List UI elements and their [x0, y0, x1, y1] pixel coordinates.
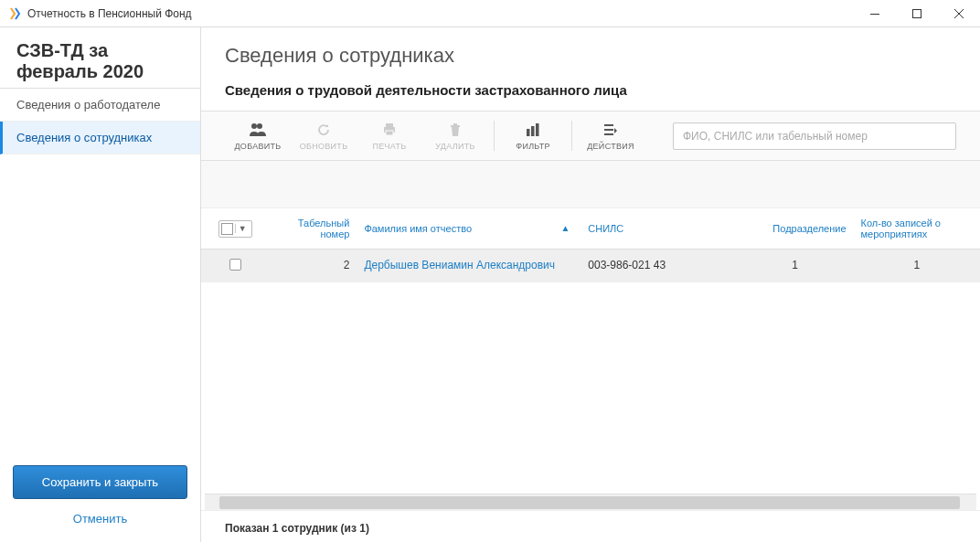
svg-rect-0	[870, 14, 879, 15]
cancel-button[interactable]: Отменить	[13, 505, 187, 533]
sidebar-footer: Сохранить и закрыть Отменить	[0, 456, 200, 542]
svg-rect-9	[527, 129, 530, 136]
maximize-button[interactable]	[896, 0, 938, 27]
svg-rect-1	[913, 10, 921, 18]
delete-button[interactable]: УДАЛИТЬ	[422, 119, 488, 153]
add-button[interactable]: ДОБАВИТЬ	[225, 119, 291, 153]
svg-rect-6	[386, 131, 393, 135]
row-checkbox[interactable]	[229, 259, 241, 271]
actions-button[interactable]: ДЕЙСТВИЯ	[578, 119, 644, 153]
filter-icon	[504, 121, 562, 139]
svg-rect-12	[604, 124, 613, 126]
col-fio[interactable]: Фамилия имя отчество ▲	[357, 208, 581, 250]
menu-icon	[581, 121, 640, 139]
svg-point-2	[251, 123, 257, 129]
sidebar-item-employees[interactable]: Сведения о сотрудниках	[0, 122, 200, 154]
checkbox-icon	[221, 223, 233, 235]
employees-table: ▼ Табельный номер Фамилия имя отчество ▲…	[201, 208, 980, 282]
add-label: ДОБАВИТЬ	[229, 142, 287, 151]
print-label: ПЕЧАТЬ	[360, 142, 419, 151]
sidebar: СЗВ-ТД за февраль 2020 Сведения о работо…	[0, 27, 201, 542]
cell-dept: 1	[737, 250, 854, 283]
print-icon	[360, 121, 419, 139]
sidebar-header: СЗВ-ТД за февраль 2020	[0, 27, 200, 88]
status-bar: Показан 1 сотрудник (из 1)	[201, 510, 980, 542]
page-title: Сведения о сотрудниках	[201, 27, 980, 77]
minimize-button[interactable]	[854, 0, 896, 27]
trash-icon	[426, 121, 485, 139]
sort-asc-icon: ▲	[560, 223, 570, 233]
select-all-header[interactable]: ▼	[201, 208, 270, 250]
col-dept[interactable]: Подразделение	[737, 208, 854, 250]
filter-button[interactable]: ФИЛЬТР	[500, 119, 566, 153]
search-box	[673, 122, 956, 150]
refresh-icon	[294, 121, 353, 139]
svg-rect-8	[453, 123, 457, 125]
chevron-down-icon: ▼	[235, 224, 250, 233]
svg-rect-10	[531, 126, 535, 136]
delete-label: УДАЛИТЬ	[426, 142, 485, 151]
col-events[interactable]: Кол-во записей о мероприятиях	[854, 208, 980, 250]
main-content: Сведения о сотрудниках Сведения о трудов…	[201, 27, 980, 542]
svg-rect-11	[536, 123, 539, 136]
svg-rect-13	[604, 129, 613, 131]
actions-label: ДЕЙСТВИЯ	[581, 142, 640, 151]
group-add-icon	[229, 121, 287, 139]
app-icon	[7, 6, 22, 21]
cell-tab-no: 2	[270, 250, 357, 283]
horizontal-scrollbar[interactable]	[205, 494, 976, 510]
window-title: Отчетность в Пенсионный Фонд	[27, 7, 854, 20]
refresh-label: ОБНОВИТЬ	[294, 142, 353, 151]
search-input[interactable]	[673, 122, 956, 150]
titlebar: Отчетность в Пенсионный Фонд	[0, 0, 980, 27]
scrollbar-thumb[interactable]	[219, 496, 960, 509]
table-area: ▼ Табельный номер Фамилия имя отчество ▲…	[201, 161, 980, 494]
toolbar: ДОБАВИТЬ ОБНОВИТЬ ПЕЧАТЬ УДАЛИТЬ ФИ	[201, 111, 980, 161]
sidebar-item-employer[interactable]: Сведения о работодателе	[0, 89, 200, 122]
cell-fio[interactable]: Дербышев Вениамин Александрович	[357, 250, 581, 283]
refresh-button[interactable]: ОБНОВИТЬ	[291, 119, 357, 153]
svg-rect-14	[604, 133, 613, 135]
cell-events: 1	[854, 250, 980, 283]
save-close-button[interactable]: Сохранить и закрыть	[13, 465, 187, 499]
col-tab-no[interactable]: Табельный номер	[270, 208, 357, 250]
svg-rect-7	[451, 125, 460, 127]
print-button[interactable]: ПЕЧАТЬ	[357, 119, 422, 153]
table-row[interactable]: 2 Дербышев Вениамин Александрович 003-98…	[201, 250, 980, 283]
svg-point-3	[257, 123, 262, 129]
filter-label: ФИЛЬТР	[504, 142, 562, 151]
col-snils[interactable]: СНИЛС	[581, 208, 736, 250]
svg-rect-4	[386, 123, 393, 127]
window-controls	[854, 0, 980, 27]
close-button[interactable]	[938, 0, 980, 27]
cell-snils: 003-986-021 43	[581, 250, 736, 283]
page-subtitle: Сведения о трудовой деятельности застрах…	[201, 77, 980, 111]
